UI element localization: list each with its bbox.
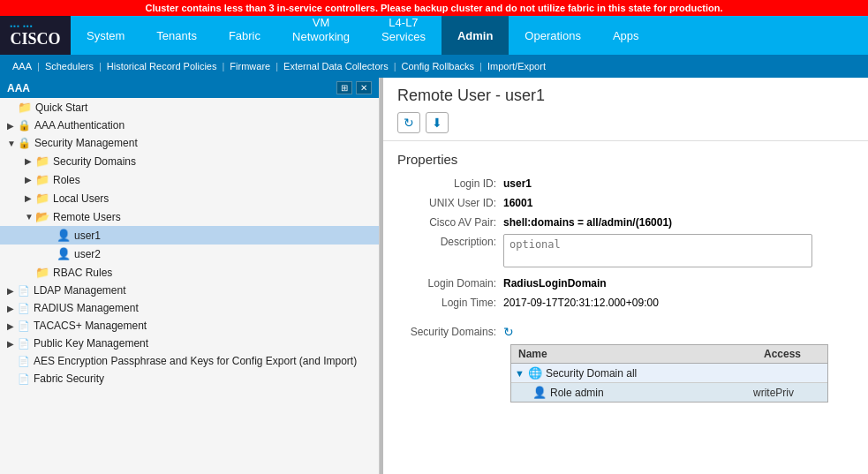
user-role-icon: 👤 [532, 386, 547, 399]
sidebar-item-aaa-auth[interactable]: ▶ 🔒 AAA Authentication [0, 117, 379, 134]
refresh-button[interactable]: ↻ [397, 112, 420, 133]
sidebar-item-quick-start[interactable]: 📁 Quick Start [0, 98, 379, 117]
prop-row-description: Description: [397, 234, 854, 270]
secondary-nav-firmware[interactable]: Firmware [224, 61, 275, 71]
sidebar-item-user2[interactable]: 👤 user2 [0, 245, 379, 263]
sidebar-label-rbac-rules: RBAC Rules [53, 267, 112, 279]
prop-row-login-time: Login Time: 2017-09-17T20:31:12.000+09:0… [397, 295, 854, 309]
content-toolbar: ↻ ⬇ [397, 112, 854, 133]
top-nav: ▪▪▪ ▪▪▪ CISCO System Tenants Fabric VM N… [0, 16, 868, 55]
globe-icon: 🌐 [528, 366, 542, 380]
secondary-nav-import-export[interactable]: Import/Export [482, 61, 551, 71]
nav-apps[interactable]: Apps [597, 16, 655, 55]
download-button[interactable]: ⬇ [426, 112, 449, 133]
secondary-nav-aaa[interactable]: AAA [7, 61, 37, 71]
sidebar-item-user1[interactable]: 👤 user1 [0, 226, 379, 245]
properties-title: Properties [397, 152, 854, 167]
sidebar-item-roles[interactable]: ▶ 📁 Roles [0, 170, 379, 189]
sidebar-item-security-domains[interactable]: ▶ 📁 Security Domains [0, 152, 379, 170]
content-area: Remote User - user1 ↻ ⬇ Properties Login… [383, 78, 868, 474]
prop-label-login-domain: Login Domain: [397, 275, 503, 290]
sidebar-item-public-key[interactable]: ▶ 📄 Public Key Management [0, 335, 379, 352]
page-icon: 📄 [18, 320, 30, 332]
sidebar-item-aes[interactable]: 📄 AES Encryption Passphrase and Keys for… [0, 352, 379, 370]
page-icon: 📄 [18, 285, 30, 297]
sidebar-item-fabric-security[interactable]: 📄 Fabric Security [0, 370, 379, 387]
prop-label-description: Description: [397, 234, 503, 248]
folder-icon-open: 📂 [35, 210, 49, 223]
prop-row-unix-id: UNIX User ID: 16001 [397, 195, 854, 209]
security-domains-section: Security Domains: ↻ Name Access ▼ 🌐 Secu… [383, 325, 868, 413]
sidebar-item-tacacs[interactable]: ▶ 📄 TACACS+ Management [0, 317, 379, 335]
sidebar-item-radius[interactable]: ▶ 📄 RADIUS Management [0, 299, 379, 317]
secondary-nav: AAA | Schedulers | Historical Record Pol… [0, 55, 868, 78]
nav-services[interactable]: L4-L7 Services [366, 16, 442, 55]
nav-vm-networking[interactable]: VM Networking [276, 16, 366, 55]
secondary-nav-config-rollbacks[interactable]: Config Rollbacks [396, 61, 480, 71]
sidebar-label-local-users: Local Users [53, 192, 109, 205]
sec-domain-label: Security Domains: [397, 326, 503, 338]
folder-icon: 📁 [35, 154, 49, 168]
prop-value-unix-id: 16001 [503, 195, 532, 209]
page-icon: 📄 [18, 373, 30, 385]
sidebar-label-user2: user2 [74, 248, 101, 260]
prop-row-cisco-av: Cisco AV Pair: shell:domains = all/admin… [397, 214, 854, 229]
sidebar-label-ldap: LDAP Management [34, 284, 126, 297]
col-header-access: Access [757, 345, 827, 363]
prop-value-cisco-av: shell:domains = all/admin/(16001) [503, 214, 672, 229]
page-icon: 📄 [18, 356, 30, 367]
sec-domain-label-row: Security Domains: ↻ [397, 325, 854, 339]
expand-icon: ▼ [515, 368, 525, 379]
nav-admin[interactable]: Admin [442, 16, 509, 55]
sidebar-collapse-btn[interactable]: ✕ [356, 81, 372, 94]
sidebar-label-user1: user1 [74, 229, 101, 242]
sidebar-label-aaa-auth: AAA Authentication [34, 119, 125, 132]
sec-domain-refresh-icon[interactable]: ↻ [503, 325, 514, 339]
sidebar-label-tacacs: TACACS+ Management [34, 320, 147, 332]
prop-row-login-domain: Login Domain: RadiusLoginDomain [397, 275, 854, 290]
prop-value-login-domain: RadiusLoginDomain [503, 275, 607, 290]
sidebar-label-radius: RADIUS Management [34, 302, 139, 314]
sidebar-label-fabric-security: Fabric Security [34, 372, 104, 385]
content-header: Remote User - user1 ↻ ⬇ [383, 78, 868, 141]
prop-label-login-time: Login Time: [397, 295, 503, 309]
nav-fabric[interactable]: Fabric [213, 16, 276, 55]
sidebar-label-remote-users: Remote Users [53, 211, 121, 223]
nav-operations[interactable]: Operations [509, 16, 597, 55]
nav-tenants[interactable]: Tenants [140, 16, 213, 55]
alert-bar: Cluster contains less than 3 in-service … [0, 0, 868, 16]
sidebar: AAA ⊞ ✕ 📁 Quick Start ▶ 🔒 AAA Authentica… [0, 78, 380, 474]
secondary-nav-historical[interactable]: Historical Record Policies [102, 61, 223, 71]
table-row-role-admin[interactable]: 👤 Role admin writePriv [511, 383, 827, 402]
secondary-nav-external[interactable]: External Data Collectors [278, 61, 394, 71]
sub-label-role-admin: Role admin [550, 387, 753, 399]
sidebar-item-ldap[interactable]: ▶ 📄 LDAP Management [0, 282, 379, 299]
prop-label-unix-id: UNIX User ID: [397, 195, 503, 209]
sidebar-refresh-btn[interactable]: ⊞ [336, 81, 352, 94]
sidebar-item-rbac-rules[interactable]: 📁 RBAC Rules [0, 263, 379, 282]
prop-value-login-id: user1 [503, 176, 532, 190]
alert-text: Cluster contains less than 3 in-service … [145, 3, 722, 13]
row-label-security-domain: Security Domain all [546, 367, 753, 380]
sidebar-item-security-management[interactable]: ▼ 🔒 Security Management [0, 134, 379, 152]
page-icon: 📄 [18, 338, 30, 350]
domains-table: Name Access ▼ 🌐 Security Domain all 👤 Ro… [510, 344, 828, 403]
security-mgmt-icon: 🔒 [18, 137, 31, 149]
sidebar-header-controls: ⊞ ✕ [336, 81, 372, 94]
table-row-security-domain-all[interactable]: ▼ 🌐 Security Domain all [511, 364, 827, 383]
secondary-nav-schedulers[interactable]: Schedulers [40, 61, 99, 71]
main-layout: AAA ⊞ ✕ 📁 Quick Start ▶ 🔒 AAA Authentica… [0, 78, 868, 474]
folder-icon: 📁 [35, 173, 49, 186]
sidebar-label-roles: Roles [53, 174, 80, 186]
sidebar-header: AAA ⊞ ✕ [0, 78, 379, 98]
prop-label-cisco-av: Cisco AV Pair: [397, 214, 503, 229]
user-icon: 👤 [57, 229, 71, 242]
description-input[interactable] [503, 234, 812, 267]
nav-system[interactable]: System [71, 16, 140, 55]
properties-section: Properties Login ID: user1 UNIX User ID:… [383, 141, 868, 325]
aaa-icon: 🔒 [18, 119, 31, 132]
col-header-name: Name [511, 345, 757, 363]
sidebar-item-remote-users[interactable]: ▼ 📂 Remote Users [0, 207, 379, 226]
sidebar-item-local-users[interactable]: ▶ 📁 Local Users [0, 189, 379, 207]
page-icon: 📄 [18, 303, 30, 314]
